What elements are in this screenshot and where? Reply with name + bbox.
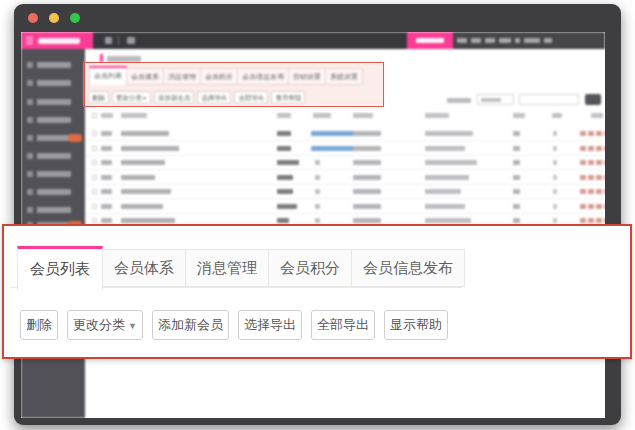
cell-number-blurred	[513, 175, 520, 180]
sidebar-item[interactable]	[21, 114, 85, 126]
sidebar-item[interactable]	[21, 204, 85, 216]
highlight-rectangle	[84, 62, 384, 107]
action-link-blurred[interactable]	[580, 189, 586, 194]
topbar-pink-button[interactable]	[407, 32, 453, 49]
cell-email-link-blurred[interactable]	[311, 146, 355, 151]
grid-icon[interactable]	[105, 37, 112, 44]
action-link-blurred[interactable]	[588, 189, 594, 194]
action-link-blurred[interactable]	[588, 146, 594, 151]
select-all-checkbox[interactable]	[92, 113, 97, 118]
filter-select[interactable]	[477, 94, 514, 105]
cell-email-link-blurred[interactable]	[311, 131, 355, 136]
sidebar-item[interactable]	[21, 150, 85, 162]
action-link-blurred[interactable]	[580, 131, 586, 136]
cell-account-blurred	[425, 131, 473, 136]
search-input[interactable]	[519, 94, 579, 105]
action-link-blurred[interactable]	[604, 218, 605, 223]
tab-1[interactable]: 会员体系	[102, 249, 186, 287]
sidebar-logo[interactable]	[21, 32, 93, 49]
toolbar-button[interactable]: 显示帮助	[384, 310, 448, 340]
screen: 会员列表会员体系消息管理会员积分会员信息发布营销设置系统设置 删除更改分类▼添加…	[0, 0, 635, 430]
cell-name-blurred[interactable]	[121, 204, 163, 209]
cell-name-blurred[interactable]	[121, 160, 165, 165]
row-checkbox[interactable]	[92, 204, 97, 209]
topbar-menu-item-blurred[interactable]	[524, 38, 540, 43]
tab-2[interactable]: 消息管理	[185, 249, 269, 287]
row-checkbox[interactable]	[92, 175, 97, 180]
sidebar-item[interactable]	[21, 168, 85, 180]
window-titlebar	[14, 4, 621, 32]
tab-active[interactable]: 会员列表	[17, 246, 103, 290]
toolbar-button[interactable]: 更改分类▼	[67, 310, 143, 340]
row-checkbox[interactable]	[92, 131, 97, 136]
cell-number-blurred	[513, 146, 520, 151]
sidebar-item[interactable]	[21, 96, 85, 108]
action-link-blurred[interactable]	[596, 218, 602, 223]
row-checkbox[interactable]	[92, 218, 97, 223]
zoom-button[interactable]	[70, 13, 80, 23]
cell-dash	[553, 218, 557, 223]
tab-3[interactable]: 会员积分	[268, 249, 352, 287]
row-checkbox[interactable]	[92, 189, 97, 194]
toolbar-button[interactable]: 添加新会员	[152, 310, 229, 340]
topbar-menu-item-blurred[interactable]	[457, 38, 467, 43]
sidebar-item[interactable]	[21, 77, 85, 89]
row-checkbox[interactable]	[92, 160, 97, 165]
action-link-blurred[interactable]	[580, 160, 586, 165]
action-link-blurred[interactable]	[604, 131, 605, 136]
action-link-blurred[interactable]	[588, 204, 594, 209]
action-link-blurred[interactable]	[604, 189, 605, 194]
action-link-blurred[interactable]	[596, 189, 602, 194]
action-link-blurred[interactable]	[588, 175, 594, 180]
action-link-blurred[interactable]	[596, 175, 602, 180]
cell-date-blurred	[353, 175, 381, 180]
close-button[interactable]	[28, 13, 38, 23]
toolbar-button[interactable]: 删除	[20, 310, 58, 340]
action-link-blurred[interactable]	[604, 175, 605, 180]
action-link-blurred[interactable]	[588, 218, 594, 223]
sidebar-item-icon	[27, 189, 33, 195]
action-link-blurred[interactable]	[580, 175, 586, 180]
sidebar-item[interactable]	[21, 132, 85, 144]
action-link-blurred[interactable]	[596, 131, 602, 136]
action-link-blurred[interactable]	[604, 160, 605, 165]
cell-id-blurred	[101, 189, 112, 194]
cell-account-blurred	[425, 175, 469, 180]
action-link-blurred[interactable]	[604, 204, 605, 209]
search-button[interactable]	[585, 94, 601, 105]
sidebar-item-label-blurred	[37, 171, 71, 177]
sidebar-item[interactable]	[21, 59, 85, 71]
toolbar-button[interactable]: 全部导出	[311, 310, 375, 340]
row-actions	[580, 131, 605, 136]
topbar-menu-item-blurred[interactable]	[544, 38, 552, 43]
home-icon[interactable]	[127, 37, 135, 44]
cell-name-blurred[interactable]	[121, 131, 169, 136]
action-link-blurred[interactable]	[596, 204, 602, 209]
cell-name-blurred[interactable]	[121, 175, 155, 180]
cell-name-blurred[interactable]	[121, 189, 171, 194]
action-link-blurred[interactable]	[596, 160, 602, 165]
row-checkbox[interactable]	[92, 146, 97, 151]
minimize-button[interactable]	[49, 13, 59, 23]
column-header	[425, 113, 449, 118]
cell-name-blurred[interactable]	[121, 146, 179, 151]
action-link-blurred[interactable]	[580, 146, 586, 151]
topbar-menu-item-blurred[interactable]	[471, 38, 481, 43]
action-link-blurred[interactable]	[580, 218, 586, 223]
topbar-menu-item-blurred[interactable]	[485, 38, 495, 43]
topbar-menu-item-blurred[interactable]	[515, 38, 520, 43]
cell-name-blurred[interactable]	[121, 218, 175, 223]
sidebar-item[interactable]	[21, 186, 85, 198]
cell-dash	[553, 146, 557, 151]
tab-4[interactable]: 会员信息发布	[351, 249, 465, 287]
action-link-blurred[interactable]	[588, 160, 594, 165]
cell-empty-dash	[315, 160, 320, 165]
action-link-blurred[interactable]	[580, 204, 586, 209]
sidebar-item-icon	[27, 135, 33, 141]
action-link-blurred[interactable]	[604, 146, 605, 151]
action-link-blurred[interactable]	[596, 146, 602, 151]
topbar-menu-item-blurred[interactable]	[499, 38, 511, 43]
row-actions	[580, 160, 605, 165]
action-link-blurred[interactable]	[588, 131, 594, 136]
toolbar-button[interactable]: 选择导出	[238, 310, 302, 340]
